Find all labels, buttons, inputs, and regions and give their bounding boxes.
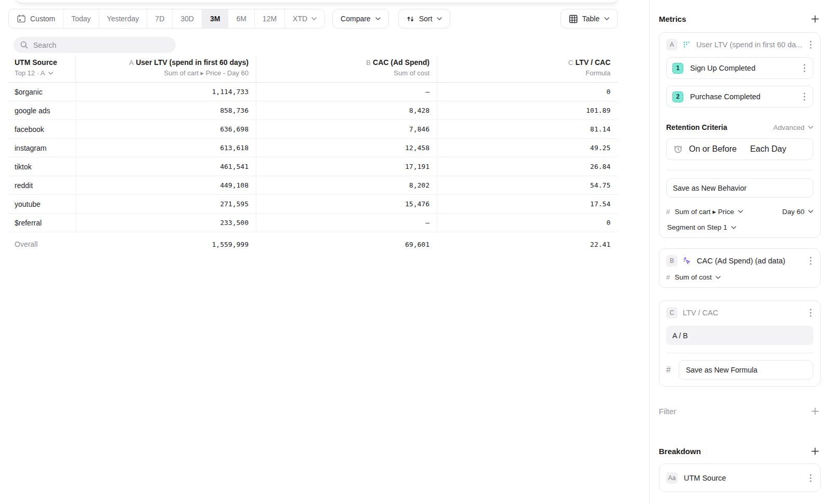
compare-button[interactable]: Compare — [332, 9, 389, 29]
range-label: 12M — [263, 15, 277, 23]
metric-title: LTV / CAC — [683, 309, 803, 317]
chevron-down-icon — [375, 17, 381, 20]
table-row[interactable]: google ads858,7368,428101.89 — [8, 101, 618, 120]
aggregation-dropdown[interactable]: Sum of cost — [675, 273, 721, 281]
save-formula-label: Save as New Formula — [686, 366, 758, 374]
ltv-value-cell: 233,500 — [75, 214, 256, 232]
alarm-clock-icon — [673, 144, 683, 154]
range-label: 30D — [180, 15, 194, 23]
top-n-dropdown[interactable]: Top 12 · A — [15, 69, 75, 77]
chevron-down-icon — [808, 126, 813, 129]
range-30d[interactable]: 30D — [172, 9, 202, 28]
query-builder-sidebar: Metrics A User LTV (spend in first 60 da… — [649, 0, 832, 504]
ratio-value-cell: 54.75 — [437, 176, 618, 194]
range-label: Today — [71, 15, 90, 23]
range-label: 3M — [210, 15, 220, 23]
aggregation-label: Sum of cart ▸ Price — [675, 207, 734, 216]
table-row[interactable]: youtube271,59515,47617.54 — [8, 195, 618, 214]
range-6m[interactable]: 6M — [228, 9, 254, 28]
column-letter: A — [129, 59, 134, 67]
add-metric-button[interactable] — [810, 14, 821, 24]
metric-options-kebab[interactable] — [808, 307, 813, 319]
metric-letter-badge: A — [666, 39, 678, 50]
step-options-kebab[interactable] — [802, 91, 807, 102]
breakdown-options-kebab[interactable] — [808, 472, 813, 484]
overall-label: Overall — [8, 235, 75, 254]
utm-source-cell: instagram — [8, 139, 75, 157]
cac-value-cell: 17,191 — [256, 157, 437, 176]
range-yesterday[interactable]: Yesterday — [99, 9, 147, 28]
metrics-section-title: Metrics — [659, 15, 686, 23]
column-header-ltv[interactable]: AUser LTV (spend in first 60 days) Sum o… — [75, 56, 256, 82]
add-breakdown-button[interactable] — [810, 446, 821, 457]
search-icon — [20, 41, 28, 49]
column-letter: C — [568, 59, 574, 67]
aggregation-dropdown[interactable]: Sum of cart ▸ Price — [675, 207, 743, 216]
ratio-value-cell: 101.89 — [437, 101, 618, 120]
table-row[interactable]: $referral233,500–0 — [8, 214, 618, 232]
table-row[interactable]: $organic1,114,733–0 — [8, 83, 618, 101]
chevron-down-icon — [437, 17, 442, 20]
window-dropdown[interactable]: Day 60 — [782, 208, 813, 216]
range-custom[interactable]: Custom — [9, 9, 63, 28]
metric-options-kebab[interactable] — [808, 39, 813, 50]
step-event-label: Sign Up Completed — [690, 64, 756, 72]
utm-source-cell: facebook — [8, 120, 75, 138]
cac-value-cell: 12,458 — [256, 139, 437, 157]
chevron-down-icon — [716, 276, 721, 279]
cac-value-cell: 8,202 — [256, 176, 437, 194]
search-input[interactable] — [33, 41, 169, 49]
table-row[interactable]: tiktok461,54117,19126.84 — [8, 157, 618, 176]
formula-input[interactable]: A / B — [666, 326, 813, 345]
save-as-new-formula-button[interactable]: Save as New Formula — [679, 360, 813, 380]
table-row[interactable]: instagram613,61812,45849.25 — [8, 139, 618, 157]
column-header-cac[interactable]: BCAC (Ad Spend) Sum of cost — [256, 56, 437, 82]
calendar-icon — [17, 14, 26, 23]
compare-label: Compare — [341, 15, 371, 23]
range-label: Custom — [30, 15, 55, 23]
ltv-value-cell: 613,618 — [75, 139, 256, 157]
magic-cursor-icon — [683, 257, 692, 266]
cac-value-cell: – — [256, 214, 437, 232]
window-label: Day 60 — [782, 208, 804, 216]
aggregation-label: Sum of cost — [675, 273, 712, 281]
table-grid-icon — [569, 15, 578, 23]
report-toolbar: Custom Today Yesterday 7D 30D 3M 6M 12M … — [8, 9, 618, 29]
metric-title: CAC (Ad Spend) (ad data) — [697, 257, 803, 265]
range-12m[interactable]: 12M — [254, 9, 284, 28]
cac-value-cell: 15,476 — [256, 195, 437, 213]
ratio-value-cell: 0 — [437, 214, 618, 232]
formula-value: A / B — [672, 331, 688, 340]
range-today[interactable]: Today — [63, 9, 98, 28]
step-options-kebab[interactable] — [802, 62, 807, 74]
search-box[interactable] — [14, 37, 176, 53]
table-row[interactable]: reddit449,1088,20254.75 — [8, 176, 618, 195]
save-as-new-behavior-button[interactable]: Save as New Behavior — [666, 178, 813, 197]
behavior-dots-icon — [683, 41, 691, 49]
breakdown-item-utm-source[interactable]: Aa UTM Source — [659, 463, 821, 492]
view-switcher-table-button[interactable]: Table — [561, 9, 618, 29]
chevron-down-icon — [311, 17, 317, 20]
segment-on-step-dropdown[interactable]: Segment on Step 1 — [667, 223, 813, 231]
table-row[interactable]: facebook636,6987,84681.14 — [8, 120, 618, 139]
metric-letter-badge: C — [666, 307, 678, 319]
advanced-dropdown[interactable]: Advanced — [773, 124, 813, 131]
top-n-label: Top 12 · A — [15, 69, 45, 77]
breakdown-section-title: Breakdown — [659, 447, 701, 456]
sort-label: Sort — [419, 15, 433, 23]
retention-criteria-title: Retention Criteria — [666, 123, 727, 131]
range-7d[interactable]: 7D — [147, 9, 172, 28]
utm-source-header: UTM Source Top 12 · A — [8, 56, 75, 82]
range-xtd[interactable]: XTD — [284, 9, 324, 28]
column-subtitle: Sum of cost — [256, 69, 430, 77]
column-header-ltv-cac[interactable]: CLTV / CAC Formula — [437, 56, 618, 82]
metric-options-kebab[interactable] — [808, 255, 813, 267]
range-3m-selected[interactable]: 3M — [202, 9, 228, 28]
breakdown-property-label: UTM Source — [684, 474, 802, 482]
retention-criteria-control[interactable]: On or Before Each Day — [666, 138, 813, 160]
sort-button[interactable]: Sort — [398, 9, 451, 29]
behavior-step-1[interactable]: 1 Sign Up Completed — [666, 57, 813, 79]
behavior-step-2[interactable]: 2 Purchase Completed — [666, 86, 813, 108]
overall-row: Overall 1,559,999 69,601 22.41 — [8, 235, 618, 254]
add-filter-button[interactable] — [810, 406, 821, 417]
